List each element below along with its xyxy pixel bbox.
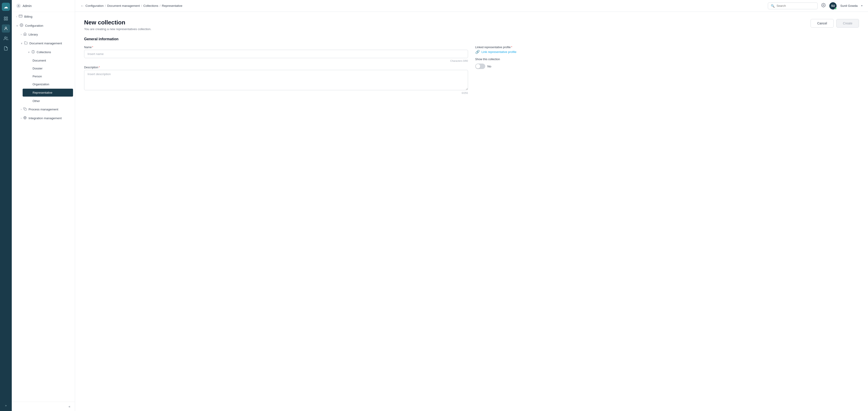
page-title: New collection bbox=[84, 19, 151, 26]
sidebar-collapse-button[interactable]: « bbox=[68, 405, 70, 408]
linked-profile-label: Linked representative profile* bbox=[475, 46, 859, 49]
sidebar: A Admin › Billing ∨ Configuration › Libr… bbox=[12, 0, 75, 411]
page-subtitle: You are creating a new representatives c… bbox=[84, 27, 151, 31]
sidebar-item-representative[interactable]: Representative bbox=[23, 89, 73, 96]
sidebar-organization-label: Organization bbox=[33, 83, 49, 86]
search-input[interactable] bbox=[776, 4, 815, 7]
show-collection-toggle[interactable] bbox=[475, 64, 485, 69]
dashboard-icon[interactable] bbox=[2, 14, 10, 23]
sidebar-item-process-management[interactable]: › Process management bbox=[16, 105, 75, 114]
sidebar-item-integration-management[interactable]: › Integration management bbox=[16, 114, 75, 123]
sidebar-item-collections[interactable]: ∨ Collections bbox=[21, 48, 75, 57]
name-input[interactable] bbox=[84, 50, 468, 58]
search-box[interactable]: 🔍 bbox=[768, 2, 817, 9]
sidebar-integration-management-label: Integration management bbox=[29, 117, 62, 120]
admin-user-icon: A bbox=[16, 4, 21, 8]
description-input[interactable] bbox=[84, 70, 468, 90]
toggle-row: No bbox=[475, 64, 859, 69]
action-buttons: Cancel Create bbox=[811, 19, 859, 28]
section-title: General information bbox=[84, 37, 859, 41]
chevron-right-process-icon: › bbox=[21, 108, 22, 111]
chevron-down-collections-icon: ∨ bbox=[28, 51, 30, 53]
form-grid: Name* Characters 0/80 Description* 0/255 bbox=[84, 46, 859, 94]
admin-label: Admin bbox=[23, 4, 32, 8]
form-group-description: Description* 0/255 bbox=[84, 66, 468, 94]
contacts-icon[interactable] bbox=[2, 34, 10, 42]
breadcrumb-configuration: Configuration bbox=[86, 4, 103, 7]
avatar: SU bbox=[829, 2, 837, 9]
content-title-block: New collection You are creating a new re… bbox=[84, 19, 151, 31]
link-profile-text: Link representative profile bbox=[482, 50, 517, 54]
description-char-count: 0/255 bbox=[84, 92, 468, 94]
sidebar-person-label: Person bbox=[33, 75, 42, 78]
link-icon: 🔗 bbox=[475, 50, 480, 54]
sidebar-collections-label: Collections bbox=[37, 51, 51, 54]
sidebar-item-dossier[interactable]: Dossier bbox=[21, 64, 75, 72]
breadcrumb: ← Configuration / Document management / … bbox=[81, 4, 183, 8]
sidebar-dossier-label: Dossier bbox=[33, 67, 42, 70]
avatar-initials: SU bbox=[831, 4, 835, 7]
breadcrumb-collections: Collections bbox=[143, 4, 158, 7]
name-label: Name* bbox=[84, 46, 468, 49]
topbar-right: 🔍 SU Sunil Gowda ▾ bbox=[768, 2, 863, 9]
svg-point-8 bbox=[21, 25, 22, 26]
sidebar-item-document[interactable]: Document bbox=[21, 57, 75, 64]
form-group-linked-profile: Linked representative profile* 🔗 Link re… bbox=[475, 46, 859, 54]
sidebar-item-document-management[interactable]: ∨ Document management bbox=[16, 39, 75, 48]
billing-icon bbox=[19, 14, 22, 19]
linked-profile-required-asterisk: * bbox=[511, 46, 513, 49]
app-logo: ☁ bbox=[2, 3, 10, 11]
settings-icon[interactable] bbox=[821, 3, 826, 8]
sidebar-item-library[interactable]: › Library bbox=[16, 30, 75, 39]
link-representative-profile-button[interactable]: 🔗 Link representative profile bbox=[475, 50, 859, 54]
svg-point-4 bbox=[5, 27, 7, 29]
sidebar-configuration-label: Configuration bbox=[25, 24, 43, 27]
search-icon: 🔍 bbox=[771, 4, 775, 8]
form-group-name: Name* Characters 0/80 bbox=[84, 46, 468, 62]
show-collection-label: Show this collection bbox=[475, 58, 859, 61]
sidebar-item-person[interactable]: Person bbox=[21, 72, 75, 80]
form-right: Linked representative profile* 🔗 Link re… bbox=[475, 46, 859, 94]
sidebar-sub2-document-management: ∨ Collections Document Dossier Person bbox=[16, 48, 75, 105]
sidebar-footer: « bbox=[12, 402, 75, 411]
description-label: Description* bbox=[84, 66, 468, 69]
collections-icon bbox=[31, 50, 35, 54]
sidebar-item-configuration[interactable]: ∨ Configuration bbox=[12, 21, 75, 30]
sidebar-item-other[interactable]: Other bbox=[21, 97, 75, 105]
svg-rect-3 bbox=[6, 19, 8, 20]
sidebar-sub3-collections: Document Dossier Person Organization Rep… bbox=[21, 57, 75, 105]
sidebar-sub-configuration: › Library ∨ Document management ∨ Collec… bbox=[12, 30, 75, 123]
sidebar-representative-label: Representative bbox=[33, 91, 52, 94]
admin-icon[interactable] bbox=[2, 24, 10, 33]
chevron-right-integration-icon: › bbox=[21, 117, 22, 119]
chevron-down-icon: ∨ bbox=[16, 24, 18, 27]
user-name[interactable]: Sunil Gowda bbox=[840, 4, 858, 7]
user-dropdown-icon[interactable]: ▾ bbox=[861, 4, 863, 7]
document-management-icon bbox=[24, 41, 28, 46]
breadcrumb-sep1: / bbox=[105, 4, 106, 7]
breadcrumb-sep2: / bbox=[141, 4, 142, 7]
sidebar-document-label: Document bbox=[33, 59, 46, 62]
sidebar-admin-header: A Admin bbox=[12, 0, 75, 12]
sidebar-item-organization[interactable]: Organization bbox=[21, 80, 75, 88]
topbar: ← Configuration / Document management / … bbox=[75, 0, 868, 12]
sidebar-item-billing[interactable]: › Billing bbox=[12, 12, 75, 21]
documents-icon[interactable] bbox=[2, 44, 10, 53]
content-area: New collection You are creating a new re… bbox=[75, 12, 868, 411]
create-button[interactable]: Create bbox=[836, 19, 859, 28]
breadcrumb-sep3: / bbox=[160, 4, 160, 7]
rail-collapse-button[interactable]: » bbox=[2, 403, 10, 408]
form-group-show-collection: Show this collection No bbox=[475, 58, 859, 69]
cancel-button[interactable]: Cancel bbox=[811, 19, 834, 28]
form-left: Name* Characters 0/80 Description* 0/255 bbox=[84, 46, 468, 94]
svg-rect-0 bbox=[4, 17, 6, 18]
breadcrumb-document-management: Document management bbox=[107, 4, 140, 7]
back-button[interactable]: ← bbox=[81, 4, 84, 8]
library-icon bbox=[23, 32, 27, 37]
sidebar-other-label: Other bbox=[33, 99, 40, 103]
content-header: New collection You are creating a new re… bbox=[84, 19, 859, 31]
sidebar-process-management-label: Process management bbox=[29, 108, 58, 111]
toggle-label: No bbox=[488, 65, 491, 68]
svg-rect-1 bbox=[6, 17, 8, 18]
configuration-icon bbox=[20, 23, 23, 28]
